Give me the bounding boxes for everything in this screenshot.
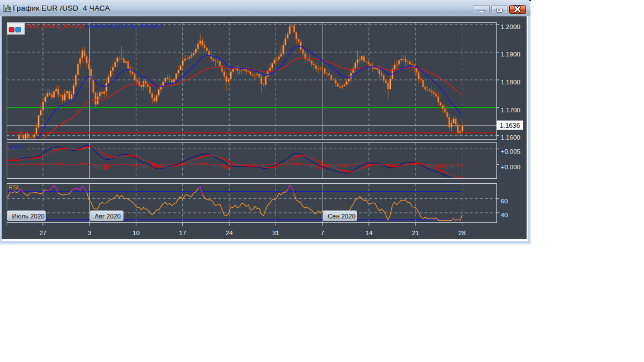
svg-text:3: 3 xyxy=(88,230,91,236)
svg-text:14: 14 xyxy=(366,230,373,236)
svg-text:1.2000: 1.2000 xyxy=(501,23,520,30)
svg-text:MACD: MACD xyxy=(8,144,26,150)
svg-text:Июль 2020: Июль 2020 xyxy=(12,213,45,220)
svg-text:Сен 2020: Сен 2020 xyxy=(328,213,356,220)
svg-text:1.1900: 1.1900 xyxy=(501,51,520,58)
svg-text:17: 17 xyxy=(179,230,186,236)
svg-text:RSI,: RSI, xyxy=(8,184,20,190)
svg-text:7: 7 xyxy=(320,230,324,236)
svg-text:21: 21 xyxy=(412,230,419,236)
svg-text:1.1800: 1.1800 xyxy=(501,79,520,85)
svg-text:+0.000: +0.000 xyxy=(501,164,521,170)
svg-text:24: 24 xyxy=(226,230,233,236)
svg-text:+0.005: +0.005 xyxy=(501,148,521,155)
svg-text:Авг 2020: Авг 2020 xyxy=(94,213,121,220)
svg-text:1.1600: 1.1600 xyxy=(501,134,520,141)
svg-text:1.1700: 1.1700 xyxy=(501,107,520,113)
svg-text:28: 28 xyxy=(458,230,466,236)
svg-text:60: 60 xyxy=(501,198,508,204)
svg-text:10: 10 xyxy=(132,230,140,236)
svg-text:27: 27 xyxy=(39,230,46,236)
svg-text:31: 31 xyxy=(272,230,280,236)
svg-text:1.1636: 1.1636 xyxy=(500,122,520,130)
svg-text:40: 40 xyxy=(501,212,508,218)
svg-text:Exponential_Moving_Average: Exponential_Moving_Average xyxy=(85,23,162,29)
